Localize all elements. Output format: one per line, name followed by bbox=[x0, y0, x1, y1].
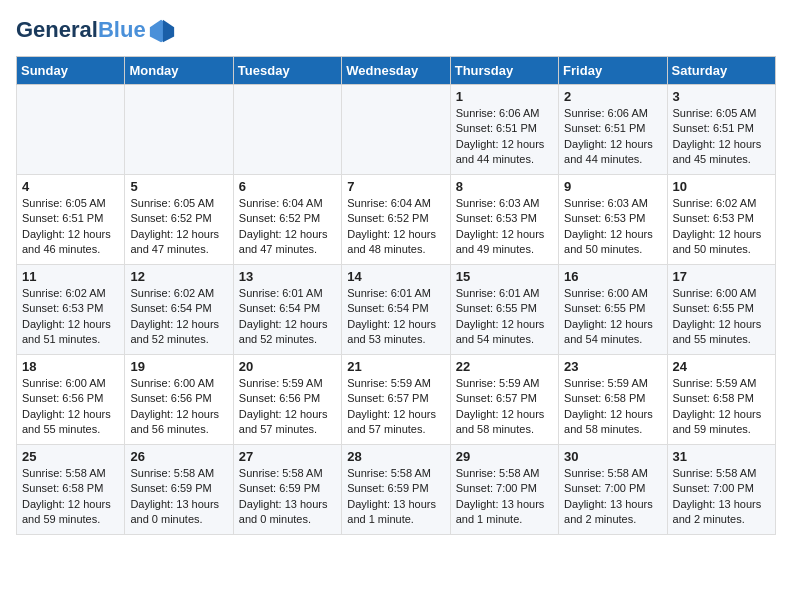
day-info: Sunrise: 5:59 AMSunset: 6:58 PMDaylight:… bbox=[564, 376, 661, 438]
calendar-cell: 23Sunrise: 5:59 AMSunset: 6:58 PMDayligh… bbox=[559, 355, 667, 445]
calendar-cell: 3Sunrise: 6:05 AMSunset: 6:51 PMDaylight… bbox=[667, 85, 775, 175]
day-info: Sunrise: 6:00 AMSunset: 6:55 PMDaylight:… bbox=[673, 286, 770, 348]
calendar-cell: 17Sunrise: 6:00 AMSunset: 6:55 PMDayligh… bbox=[667, 265, 775, 355]
day-info: Sunrise: 5:58 AMSunset: 6:59 PMDaylight:… bbox=[347, 466, 444, 528]
day-number: 23 bbox=[564, 359, 661, 374]
calendar-cell bbox=[233, 85, 341, 175]
day-number: 29 bbox=[456, 449, 553, 464]
day-number: 19 bbox=[130, 359, 227, 374]
day-number: 3 bbox=[673, 89, 770, 104]
day-number: 2 bbox=[564, 89, 661, 104]
day-number: 7 bbox=[347, 179, 444, 194]
calendar-cell: 31Sunrise: 5:58 AMSunset: 7:00 PMDayligh… bbox=[667, 445, 775, 535]
calendar-cell: 1Sunrise: 6:06 AMSunset: 6:51 PMDaylight… bbox=[450, 85, 558, 175]
day-number: 28 bbox=[347, 449, 444, 464]
calendar-cell: 21Sunrise: 5:59 AMSunset: 6:57 PMDayligh… bbox=[342, 355, 450, 445]
day-info: Sunrise: 6:02 AMSunset: 6:53 PMDaylight:… bbox=[673, 196, 770, 258]
calendar-cell: 15Sunrise: 6:01 AMSunset: 6:55 PMDayligh… bbox=[450, 265, 558, 355]
day-info: Sunrise: 6:01 AMSunset: 6:55 PMDaylight:… bbox=[456, 286, 553, 348]
day-info: Sunrise: 6:00 AMSunset: 6:55 PMDaylight:… bbox=[564, 286, 661, 348]
day-number: 4 bbox=[22, 179, 119, 194]
calendar-cell: 20Sunrise: 5:59 AMSunset: 6:56 PMDayligh… bbox=[233, 355, 341, 445]
day-number: 27 bbox=[239, 449, 336, 464]
weekday-header: Wednesday bbox=[342, 57, 450, 85]
day-info: Sunrise: 6:03 AMSunset: 6:53 PMDaylight:… bbox=[456, 196, 553, 258]
day-info: Sunrise: 5:58 AMSunset: 6:59 PMDaylight:… bbox=[130, 466, 227, 528]
day-info: Sunrise: 6:00 AMSunset: 6:56 PMDaylight:… bbox=[130, 376, 227, 438]
calendar-week-row: 11Sunrise: 6:02 AMSunset: 6:53 PMDayligh… bbox=[17, 265, 776, 355]
day-number: 24 bbox=[673, 359, 770, 374]
calendar-cell: 9Sunrise: 6:03 AMSunset: 6:53 PMDaylight… bbox=[559, 175, 667, 265]
day-number: 20 bbox=[239, 359, 336, 374]
day-info: Sunrise: 5:59 AMSunset: 6:57 PMDaylight:… bbox=[456, 376, 553, 438]
day-number: 17 bbox=[673, 269, 770, 284]
calendar-cell: 18Sunrise: 6:00 AMSunset: 6:56 PMDayligh… bbox=[17, 355, 125, 445]
day-number: 26 bbox=[130, 449, 227, 464]
weekday-header: Thursday bbox=[450, 57, 558, 85]
day-info: Sunrise: 6:01 AMSunset: 6:54 PMDaylight:… bbox=[239, 286, 336, 348]
day-info: Sunrise: 6:02 AMSunset: 6:53 PMDaylight:… bbox=[22, 286, 119, 348]
calendar-week-row: 4Sunrise: 6:05 AMSunset: 6:51 PMDaylight… bbox=[17, 175, 776, 265]
day-number: 1 bbox=[456, 89, 553, 104]
day-number: 11 bbox=[22, 269, 119, 284]
calendar-cell: 12Sunrise: 6:02 AMSunset: 6:54 PMDayligh… bbox=[125, 265, 233, 355]
weekday-header: Monday bbox=[125, 57, 233, 85]
day-info: Sunrise: 5:59 AMSunset: 6:58 PMDaylight:… bbox=[673, 376, 770, 438]
day-info: Sunrise: 5:59 AMSunset: 6:57 PMDaylight:… bbox=[347, 376, 444, 438]
calendar-cell: 13Sunrise: 6:01 AMSunset: 6:54 PMDayligh… bbox=[233, 265, 341, 355]
calendar-cell: 8Sunrise: 6:03 AMSunset: 6:53 PMDaylight… bbox=[450, 175, 558, 265]
day-number: 30 bbox=[564, 449, 661, 464]
day-info: Sunrise: 6:01 AMSunset: 6:54 PMDaylight:… bbox=[347, 286, 444, 348]
calendar-header-row: SundayMondayTuesdayWednesdayThursdayFrid… bbox=[17, 57, 776, 85]
calendar-cell: 6Sunrise: 6:04 AMSunset: 6:52 PMDaylight… bbox=[233, 175, 341, 265]
calendar-cell: 2Sunrise: 6:06 AMSunset: 6:51 PMDaylight… bbox=[559, 85, 667, 175]
day-number: 6 bbox=[239, 179, 336, 194]
calendar-cell: 27Sunrise: 5:58 AMSunset: 6:59 PMDayligh… bbox=[233, 445, 341, 535]
calendar-cell: 7Sunrise: 6:04 AMSunset: 6:52 PMDaylight… bbox=[342, 175, 450, 265]
calendar-week-row: 1Sunrise: 6:06 AMSunset: 6:51 PMDaylight… bbox=[17, 85, 776, 175]
weekday-header: Saturday bbox=[667, 57, 775, 85]
calendar-table: SundayMondayTuesdayWednesdayThursdayFrid… bbox=[16, 56, 776, 535]
calendar-cell: 19Sunrise: 6:00 AMSunset: 6:56 PMDayligh… bbox=[125, 355, 233, 445]
day-number: 18 bbox=[22, 359, 119, 374]
calendar-cell: 28Sunrise: 5:58 AMSunset: 6:59 PMDayligh… bbox=[342, 445, 450, 535]
weekday-header: Sunday bbox=[17, 57, 125, 85]
calendar-cell: 24Sunrise: 5:59 AMSunset: 6:58 PMDayligh… bbox=[667, 355, 775, 445]
day-info: Sunrise: 6:06 AMSunset: 6:51 PMDaylight:… bbox=[564, 106, 661, 168]
day-info: Sunrise: 5:58 AMSunset: 7:00 PMDaylight:… bbox=[564, 466, 661, 528]
day-info: Sunrise: 6:05 AMSunset: 6:52 PMDaylight:… bbox=[130, 196, 227, 258]
day-info: Sunrise: 6:00 AMSunset: 6:56 PMDaylight:… bbox=[22, 376, 119, 438]
calendar-cell: 30Sunrise: 5:58 AMSunset: 7:00 PMDayligh… bbox=[559, 445, 667, 535]
day-info: Sunrise: 5:58 AMSunset: 6:59 PMDaylight:… bbox=[239, 466, 336, 528]
day-info: Sunrise: 6:04 AMSunset: 6:52 PMDaylight:… bbox=[347, 196, 444, 258]
calendar-cell: 11Sunrise: 6:02 AMSunset: 6:53 PMDayligh… bbox=[17, 265, 125, 355]
day-number: 15 bbox=[456, 269, 553, 284]
weekday-header: Friday bbox=[559, 57, 667, 85]
day-number: 16 bbox=[564, 269, 661, 284]
day-number: 13 bbox=[239, 269, 336, 284]
svg-marker-1 bbox=[163, 20, 174, 42]
logo: GeneralBlue bbox=[16, 16, 176, 44]
logo-icon bbox=[148, 16, 176, 44]
day-info: Sunrise: 6:02 AMSunset: 6:54 PMDaylight:… bbox=[130, 286, 227, 348]
calendar-week-row: 18Sunrise: 6:00 AMSunset: 6:56 PMDayligh… bbox=[17, 355, 776, 445]
calendar-cell bbox=[342, 85, 450, 175]
day-number: 10 bbox=[673, 179, 770, 194]
day-info: Sunrise: 5:58 AMSunset: 7:00 PMDaylight:… bbox=[673, 466, 770, 528]
calendar-cell bbox=[125, 85, 233, 175]
day-info: Sunrise: 6:05 AMSunset: 6:51 PMDaylight:… bbox=[22, 196, 119, 258]
calendar-cell: 29Sunrise: 5:58 AMSunset: 7:00 PMDayligh… bbox=[450, 445, 558, 535]
calendar-cell: 4Sunrise: 6:05 AMSunset: 6:51 PMDaylight… bbox=[17, 175, 125, 265]
day-number: 5 bbox=[130, 179, 227, 194]
day-info: Sunrise: 5:59 AMSunset: 6:56 PMDaylight:… bbox=[239, 376, 336, 438]
day-number: 14 bbox=[347, 269, 444, 284]
calendar-cell: 14Sunrise: 6:01 AMSunset: 6:54 PMDayligh… bbox=[342, 265, 450, 355]
day-info: Sunrise: 6:03 AMSunset: 6:53 PMDaylight:… bbox=[564, 196, 661, 258]
calendar-cell: 5Sunrise: 6:05 AMSunset: 6:52 PMDaylight… bbox=[125, 175, 233, 265]
day-number: 12 bbox=[130, 269, 227, 284]
logo-text: GeneralBlue bbox=[16, 19, 146, 41]
calendar-body: 1Sunrise: 6:06 AMSunset: 6:51 PMDaylight… bbox=[17, 85, 776, 535]
day-number: 22 bbox=[456, 359, 553, 374]
calendar-cell: 10Sunrise: 6:02 AMSunset: 6:53 PMDayligh… bbox=[667, 175, 775, 265]
calendar-cell: 22Sunrise: 5:59 AMSunset: 6:57 PMDayligh… bbox=[450, 355, 558, 445]
